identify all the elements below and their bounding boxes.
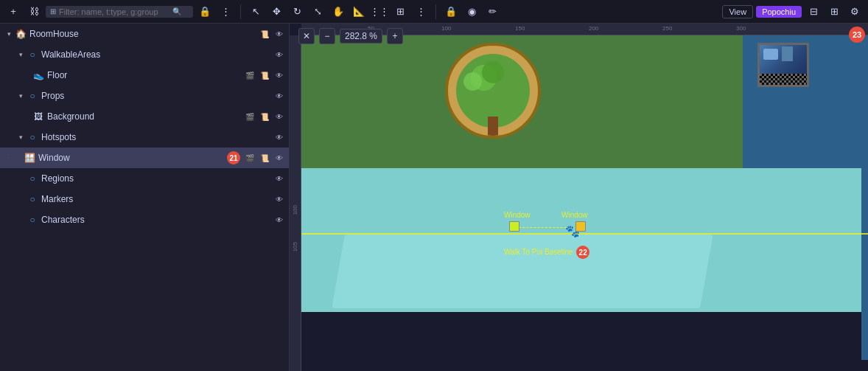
eye-markers[interactable]: 👁 xyxy=(273,193,286,206)
scene-canvas: Window Window 🐾 Walk To Poi Baseline 22 xyxy=(301,35,868,371)
tree-item-hotspots[interactable]: ▾ ○ Hotspots 👁 xyxy=(0,127,289,148)
lock-icon-btn[interactable]: 🔒 xyxy=(196,3,214,21)
ruler-mark-100: 100 xyxy=(441,25,451,32)
settings-btn[interactable]: ⚙ xyxy=(846,3,864,21)
ruler-mark-250: 250 xyxy=(662,25,672,32)
film-floor[interactable]: 🎬 xyxy=(243,69,256,82)
actions-roomhouse: 📜 👁 xyxy=(258,27,286,41)
actions-characters: 👁 xyxy=(273,213,286,226)
select-tool-btn[interactable]: ↖ xyxy=(247,3,265,21)
add-button[interactable]: + xyxy=(4,3,22,21)
marker-square-green[interactable] xyxy=(509,221,519,232)
script-window[interactable]: 📜 xyxy=(258,151,271,164)
tree-item-props[interactable]: ▾ ○ Props 👁 xyxy=(0,86,289,106)
tree-item-characters[interactable]: ○ Characters 👁 xyxy=(0,209,289,230)
icon-window: 🪟 xyxy=(24,152,35,164)
script-floor[interactable]: 📜 xyxy=(258,69,271,82)
spacer-regions xyxy=(15,173,27,184)
label-characters: Characters xyxy=(41,215,273,225)
search-icon: 🔍 xyxy=(172,7,181,15)
tree-item-roomhouse[interactable]: ▾ 🏠 RoomHouse 📜 👁 xyxy=(0,24,289,44)
view-button[interactable]: View xyxy=(722,5,753,18)
tree-trunk xyxy=(488,117,498,139)
tree-item-floor[interactable]: 👟 Floor 🎬 📜 👁 xyxy=(0,65,289,86)
eye-background[interactable]: 👁 xyxy=(273,110,286,123)
window-label-2: Window xyxy=(561,211,588,219)
zoom-out-btn[interactable]: − xyxy=(319,28,335,44)
rotate-tool-btn[interactable]: ↻ xyxy=(288,3,306,21)
snap-tool-btn[interactable]: ⋮⋮ xyxy=(371,3,388,21)
tree-item-walkableareas[interactable]: ▾ ○ WalkableAreas 👁 xyxy=(0,44,289,65)
ruler-mark-100: 100 xyxy=(292,205,298,215)
spacer-characters xyxy=(15,214,27,226)
label-markers: Markers xyxy=(41,194,273,204)
badge-22: 22 xyxy=(576,246,589,259)
zoom-fit-btn[interactable]: ✕ xyxy=(298,28,315,44)
eye-window[interactable]: 👁 xyxy=(273,151,286,164)
arrow-props[interactable]: ▾ xyxy=(15,90,27,102)
window-label-1: Window xyxy=(504,211,531,219)
tree-item-window[interactable]: └ 🪟 Window 21 🎬 📜 👁 xyxy=(0,148,289,168)
icon-markers: ○ xyxy=(27,193,38,205)
arrow-roomhouse[interactable]: ▾ xyxy=(3,28,15,40)
eye-characters[interactable]: 👁 xyxy=(273,213,286,226)
script-background[interactable]: 📜 xyxy=(258,110,271,123)
eye-props[interactable]: 👁 xyxy=(273,89,286,103)
brush-btn[interactable]: ✏ xyxy=(483,3,501,21)
node-btn[interactable]: ◉ xyxy=(463,3,480,21)
label-background: Background xyxy=(47,111,243,122)
layout-btn[interactable]: ⊞ xyxy=(825,3,843,21)
arrow-walkableareas[interactable]: ▾ xyxy=(15,49,27,60)
icon-regions: ○ xyxy=(27,173,38,184)
window-marker-1[interactable] xyxy=(509,221,519,232)
maximize-btn[interactable]: ⊟ xyxy=(805,3,822,21)
tree-item-regions[interactable]: ○ Regions 👁 xyxy=(0,168,289,189)
more2-btn[interactable]: ⋮ xyxy=(412,3,430,21)
window-marker-2[interactable] xyxy=(575,221,586,232)
label-floor: Floor xyxy=(47,70,243,80)
icon-characters: ○ xyxy=(27,214,38,226)
script-roomhouse[interactable]: 📜 xyxy=(258,27,271,41)
tree-prop xyxy=(445,43,541,139)
marker-square-yellow[interactable] xyxy=(575,221,586,232)
pan-tool-btn[interactable]: ✋ xyxy=(329,3,347,21)
eye-walkableareas[interactable]: 👁 xyxy=(273,48,286,61)
spacer-background xyxy=(27,111,32,122)
zoom-in-btn[interactable]: + xyxy=(387,28,403,44)
label-walkableareas: WalkableAreas xyxy=(41,49,273,60)
eye-regions[interactable]: 👁 xyxy=(273,172,286,185)
arrow-hotspots[interactable]: ▾ xyxy=(15,131,27,143)
tree-item-background[interactable]: 🖼 Background 🎬 📜 👁 xyxy=(0,106,289,127)
icon-props: ○ xyxy=(27,90,38,102)
film-window[interactable]: 🎬 xyxy=(243,151,256,164)
actions-walkableareas: 👁 xyxy=(273,48,286,61)
anchor-btn[interactable]: 🔒 xyxy=(442,3,460,21)
viewport[interactable]: ✕ − 282.8 % + 23 50 100 150 200 250 300 … xyxy=(290,24,868,371)
eye-floor[interactable]: 👁 xyxy=(273,69,286,82)
actions-props: 👁 xyxy=(273,89,286,103)
actions-hotspots: 👁 xyxy=(273,131,286,144)
actions-markers: 👁 xyxy=(273,193,286,206)
icon-background: 🖼 xyxy=(32,111,44,122)
main-area: ▾ 🏠 RoomHouse 📜 👁 ▾ ○ WalkableAreas 👁 👟 … xyxy=(0,24,868,371)
label-roomhouse: RoomHouse xyxy=(29,29,258,39)
eye-hotspots[interactable]: 👁 xyxy=(273,131,286,144)
popochiu-button[interactable]: Popochiu xyxy=(756,6,802,18)
move-tool-btn[interactable]: ✥ xyxy=(267,3,285,21)
measure-tool-btn[interactable]: 📐 xyxy=(350,3,368,21)
film-background[interactable]: 🎬 xyxy=(243,110,256,123)
painting-inner xyxy=(760,45,807,85)
more-options-btn[interactable]: ⋮ xyxy=(217,3,234,21)
actions-background: 🎬 📜 👁 xyxy=(243,110,286,123)
scene-dark-bottom xyxy=(301,312,861,371)
scale-tool-btn[interactable]: ⤡ xyxy=(309,3,326,21)
toolbar-right: View Popochiu ⊟ ⊞ ⚙ xyxy=(722,3,864,21)
tree-item-markers[interactable]: ○ Markers 👁 xyxy=(0,189,289,209)
scene-tree: ▾ 🏠 RoomHouse 📜 👁 ▾ ○ WalkableAreas 👁 👟 … xyxy=(0,24,290,371)
filter-input[interactable] xyxy=(59,7,169,16)
eye-roomhouse[interactable]: 👁 xyxy=(273,27,286,41)
chain-icon-btn[interactable]: ⛓ xyxy=(25,3,43,21)
grid-tool-btn[interactable]: ⊞ xyxy=(391,3,409,21)
actions-window: 🎬 📜 👁 xyxy=(243,151,286,164)
ruler-mark-150: 150 xyxy=(515,25,525,32)
